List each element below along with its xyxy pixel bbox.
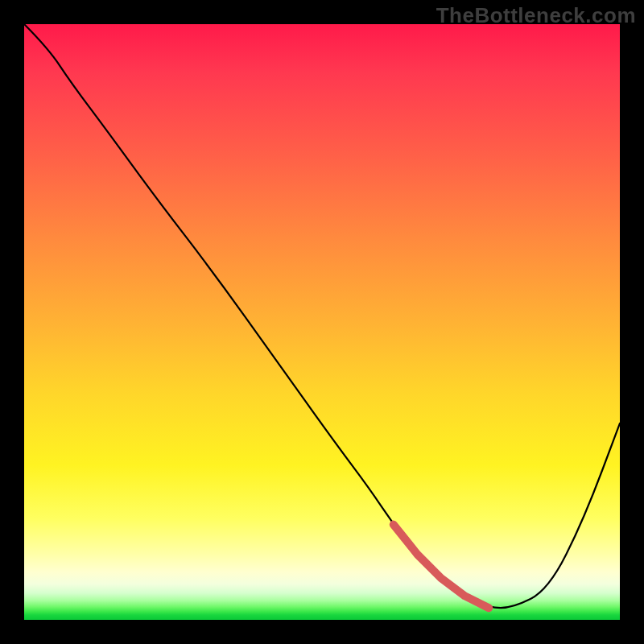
curve-layer bbox=[24, 24, 620, 620]
highlight-segment bbox=[394, 525, 489, 609]
plot-area bbox=[24, 24, 620, 620]
bottleneck-curve bbox=[24, 24, 620, 608]
watermark-text: TheBottleneck.com bbox=[436, 3, 636, 28]
chart-frame: TheBottleneck.com bbox=[0, 0, 644, 644]
